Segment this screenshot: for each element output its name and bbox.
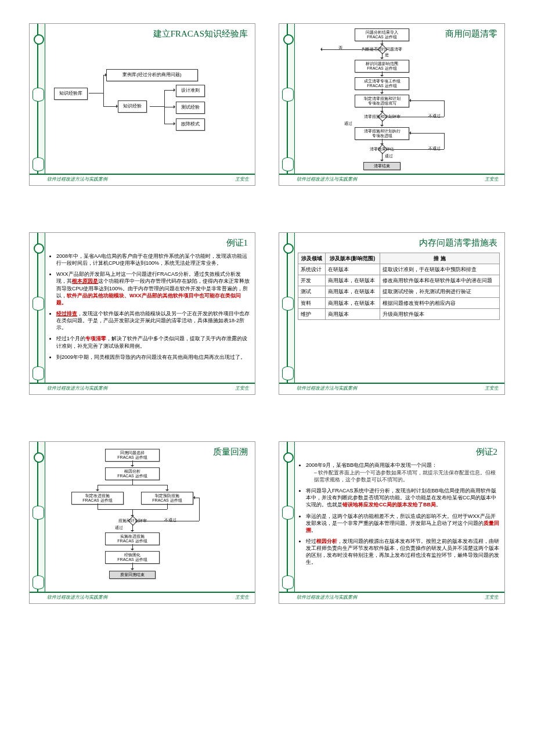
connector [167,503,168,509]
table-cell: 维护 [298,308,326,319]
slide-content: 2008年中，某省AA电信局的客户由于在使用软件系统的某个功能时，发现该功能运行… [48,253,250,381]
flow-end: 质量回溯结束 [109,571,156,579]
slide-footer: 软件过程改进方法与实践案例 王安生 [279,592,504,603]
bullet-list: 2008年中，某省AA电信局的客户由于在使用软件系统的某个功能时，发现该功能运行… [48,253,250,361]
connector [98,503,98,509]
slide-footer: 软件过程改进方法与实践案例 王安生 [279,383,504,394]
col-version: 涉及版本(影响范围) [325,253,380,264]
connector [132,460,133,466]
deco-cylinder-icon [282,297,294,311]
col-domain: 涉及领域 [298,253,326,264]
deco-circle-icon [34,34,44,45]
flowchart: 问题分析结果导入FRACAS 运作组 判断是否进行问题清零 否 是 标识问题影响… [298,27,500,172]
connector [103,106,117,107]
flow-end: 清零结束 [363,162,400,170]
tree-c1: 设计准则 [176,85,205,97]
slide-fracas-knowledge: 建立FRACAS知识经验库 知识经验库 案例库(经过分析的商用问题) 知识经验 … [29,23,255,186]
table-row: 系统设计在研版本提取设计准则，于在研版本中预防和排查 [298,264,500,275]
tree-root: 知识经验库 [54,88,88,100]
flow-n2: 标识问题影响范围FRACAS 运作组 [355,60,409,73]
tree-b2: 知识经验 [118,100,147,113]
slide-content: 2008年9月，某省BB电信局的商用版本中发现一个问题：– 软件配置界面上的一个… [298,462,500,591]
deco-cylinder-icon [282,88,294,102]
connector [167,485,168,491]
flow-n1: 问题分析结果导入FRACAS 运作组 [355,28,409,41]
connector [199,498,200,521]
bullet-item: 将问题导入FRACAS系统中进行分析，发现当时计划在BB电信局使用的商用软件版本… [306,487,500,508]
tree-c3: 故障模式 [176,118,205,131]
slide-title: 内存问题清零措施表 [419,237,497,249]
table-cell: 开发 [298,275,326,286]
connector [164,107,175,107]
slide-footer: 软件过程改进方法与实践案例 王安生 [30,383,255,394]
flow-n2: 根因分析FRACAS 运作组 [105,467,160,480]
slide-quality-traceback: 质量回溯 回溯问题选择FRACAS 运作组 根因分析FRACAS 运作组 制定改… [29,441,255,604]
slide-measures-table: 内存问题清零措施表 涉及领域 涉及版本(影响范围) 措 施 系统设计在研版本提取… [279,232,505,395]
bullet-item: 经过排查，发现这个软件版本的其他功能模块以及另一个正在开发的软件项目中也存在类似… [56,310,250,331]
table-cell: 商用版本，在研版本 [325,297,380,308]
footer-right: 王安生 [235,594,249,600]
slide-commercial-clearing: 商用问题清零 问题分析结果导入FRACAS 运作组 判断是否进行问题清零 否 是… [279,23,505,186]
table-cell: 修改商用软件版本和在研软件版本中的潜在问题 [380,275,499,286]
table-row: 资料商用版本，在研版本根据问题修改资料中的相应内容 [298,297,500,308]
slide-title: 例证1 [226,237,248,249]
connector [132,479,133,485]
slide-title: 建立FRACAS知识经验库 [153,28,248,39]
slide-footer: 软件过程改进方法与实践案例 王安生 [30,592,255,603]
footer-right: 王安生 [485,176,499,182]
deco-cylinder-icon [282,506,294,520]
table-cell: 在研版本 [325,264,380,275]
footer-right: 王安生 [235,385,249,391]
label-no: 否 [338,46,342,51]
deco-cylinder-icon [282,157,294,171]
bullet-item: 经过1个月的专项清零，解决了软件产品中多个类似问题，提取了关于内存泄露的设计准则… [56,335,250,349]
deco-cylinder-icon [282,366,294,380]
table-cell: 根据问题修改资料中的相应内容 [380,297,499,308]
sub-bullet-item: – 软件配置界面上的一个可选参数如果不填写，就提示无法保存配置信息。但根据需求规… [314,470,500,483]
connector [98,485,98,491]
bullet-item: 2008年9月，某省BB电信局的商用版本中发现一个问题：– 软件配置界面上的一个… [306,462,500,483]
footer-right: 王安生 [485,385,499,391]
slide-footer: 软件过程改进方法与实践案例 王安生 [279,174,504,185]
connector [444,133,445,149]
slide-example1: 例证1 2008年中，某省AA电信局的客户由于在使用软件系统的某个功能时，发现该… [29,232,255,395]
footer-right: 王安生 [485,594,499,600]
deco-cylinder-icon [282,575,294,589]
connector [136,521,199,521]
connector [132,563,133,570]
connector [382,89,383,93]
tree-c2: 测试经验 [176,102,205,114]
flow-n5: 清零措施和计划执行专项改进组 [355,127,409,140]
label-pass: 通过 [385,154,393,159]
col-measure: 措 施 [380,253,499,264]
connector [386,117,444,117]
connector [150,106,164,107]
table-row: 测试商用版本，在研版本提取测试经验，补充测试用例进行验证 [298,286,500,297]
footer-left: 软件过程改进方法与实践案例 [47,385,107,391]
connector [164,90,175,91]
table-cell: 系统设计 [298,264,326,275]
deco-circle-icon [283,452,294,463]
connector [321,49,379,50]
flowchart: 回溯问题选择FRACAS 运作组 根因分析FRACAS 运作组 制定改进措施FR… [48,445,250,591]
label-pass: 通过 [344,121,352,127]
table-cell: 商用版本 [325,308,380,319]
connector [164,124,175,124]
flow-n5: 经验固化FRACAS 运作组 [105,551,160,564]
connector [382,120,383,126]
table-cell: 商用版本，在研版本 [325,286,380,297]
measures-table: 涉及领域 涉及版本(影响范围) 措 施 系统设计在研版本提取设计准则，于在研版本… [298,253,500,320]
label-yes: 是 [385,53,389,58]
connector [410,100,444,101]
table-row: 维护商用版本升级商用软件版本 [298,308,500,319]
table-cell: 升级商用软件版本 [380,308,499,319]
footer-left: 软件过程改进方法与实践案例 [297,385,357,391]
tree-b1: 案例库(经过分析的商用问题) [106,69,198,81]
connector [132,544,133,550]
label-pass: 通过 [115,525,123,531]
flow-n3b: 制定预防措施FRACAS 运作组 [141,492,193,505]
connector [386,149,444,150]
deco-circle-icon [283,243,294,254]
slide-content: 涉及领域 涉及版本(影响范围) 措 施 系统设计在研版本提取设计准则，于在研版本… [298,253,500,381]
footer-left: 软件过程改进方法与实践案例 [297,594,357,600]
